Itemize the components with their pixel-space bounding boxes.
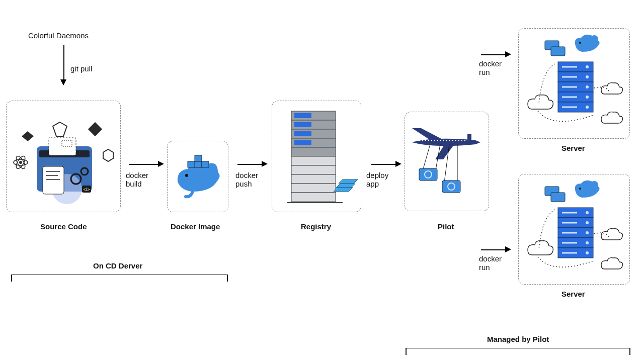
arrow-git-pull-line bbox=[63, 45, 64, 80]
svg-point-77 bbox=[586, 231, 589, 234]
svg-point-75 bbox=[586, 211, 589, 214]
pilot-box bbox=[405, 112, 489, 211]
svg-rect-34 bbox=[291, 165, 336, 174]
svg-rect-35 bbox=[291, 174, 336, 184]
svg-point-51 bbox=[579, 42, 581, 44]
svg-point-78 bbox=[586, 241, 589, 244]
registry-server-icon bbox=[272, 101, 361, 212]
svg-rect-45 bbox=[419, 168, 437, 180]
svg-point-76 bbox=[586, 221, 589, 224]
registry-label: Registry bbox=[301, 222, 331, 231]
svg-point-59 bbox=[586, 85, 589, 88]
managed-pilot-bracket bbox=[406, 348, 630, 348]
arrow-build-label: dockerbuild bbox=[126, 171, 148, 188]
svg-rect-3 bbox=[43, 166, 64, 194]
svg-marker-12 bbox=[103, 149, 113, 161]
pilot-label: Pilot bbox=[438, 222, 454, 231]
source-code-label: Source Code bbox=[40, 222, 87, 231]
svg-point-16 bbox=[20, 161, 22, 163]
arrow-deploy-label: deployapp bbox=[366, 171, 388, 188]
source-code-box: </> bbox=[6, 101, 121, 212]
arrow-push-line bbox=[237, 164, 263, 165]
server-cloud-icon-2 bbox=[519, 174, 629, 284]
svg-rect-23 bbox=[188, 161, 195, 167]
cd-server-group-label: On CD Derver bbox=[93, 261, 142, 270]
server-box-1 bbox=[518, 28, 630, 139]
managed-pilot-tick-l bbox=[406, 348, 407, 355]
svg-rect-22 bbox=[202, 161, 209, 167]
svg-point-57 bbox=[586, 65, 589, 68]
svg-point-58 bbox=[586, 75, 589, 78]
server-box-2 bbox=[518, 174, 630, 285]
svg-point-61 bbox=[586, 106, 589, 109]
svg-rect-25 bbox=[294, 113, 311, 118]
arrow-run2-label: dockerrun bbox=[479, 254, 502, 272]
cd-server-tick-l bbox=[11, 275, 12, 282]
docker-image-label: Docker Image bbox=[171, 222, 220, 231]
arrow-run1-head bbox=[505, 51, 511, 57]
svg-rect-31 bbox=[294, 140, 311, 145]
server-label-2: Server bbox=[561, 290, 585, 298]
arrow-run1-label: dockerrun bbox=[479, 59, 502, 76]
arrow-deploy-line bbox=[371, 164, 396, 165]
airplane-icon bbox=[405, 112, 489, 211]
arrow-run2-line bbox=[481, 249, 506, 250]
source-code-icon: </> bbox=[7, 101, 120, 212]
svg-rect-39 bbox=[467, 134, 471, 143]
svg-rect-37 bbox=[291, 193, 336, 202]
arrow-git-pull-label: git pull bbox=[70, 64, 92, 73]
server-cloud-icon bbox=[519, 29, 629, 138]
svg-rect-36 bbox=[291, 184, 336, 193]
docker-whale-icon bbox=[168, 141, 228, 212]
svg-rect-68 bbox=[551, 193, 565, 202]
svg-text:</>: </> bbox=[83, 187, 90, 192]
diagram-title: Colorful Daemons bbox=[28, 31, 89, 40]
svg-point-60 bbox=[586, 96, 589, 99]
svg-rect-33 bbox=[291, 156, 336, 165]
svg-rect-27 bbox=[294, 122, 311, 127]
svg-point-69 bbox=[579, 188, 581, 190]
svg-rect-47 bbox=[442, 180, 460, 193]
svg-rect-50 bbox=[551, 47, 565, 56]
arrow-deploy-head bbox=[395, 161, 401, 167]
docker-image-box bbox=[167, 141, 228, 212]
managed-pilot-group-label: Managed by Pilot bbox=[487, 335, 549, 343]
svg-rect-21 bbox=[195, 161, 202, 167]
arrow-push-head bbox=[262, 161, 268, 167]
cd-server-tick-r bbox=[227, 275, 228, 282]
svg-rect-29 bbox=[294, 131, 311, 136]
arrow-run2-head bbox=[505, 246, 511, 252]
registry-box bbox=[272, 101, 361, 212]
svg-rect-11 bbox=[88, 122, 102, 136]
arrow-push-label: dockerpush bbox=[235, 171, 258, 188]
svg-point-79 bbox=[586, 251, 589, 254]
arrow-build-line bbox=[129, 164, 159, 165]
server-label-1: Server bbox=[561, 144, 585, 152]
svg-rect-32 bbox=[291, 147, 336, 156]
svg-rect-20 bbox=[195, 155, 202, 161]
cd-server-bracket bbox=[11, 275, 227, 275]
arrow-run1-line bbox=[481, 54, 506, 55]
svg-point-19 bbox=[185, 174, 188, 177]
arrow-git-pull-head bbox=[60, 79, 66, 85]
arrow-build-head bbox=[158, 161, 164, 167]
managed-pilot-tick-r bbox=[629, 348, 630, 355]
